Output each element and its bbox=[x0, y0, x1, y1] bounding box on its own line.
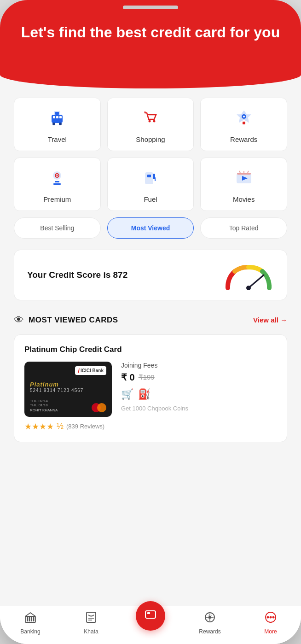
section-header: 👁 MOST VIEWED CARDS View all → bbox=[14, 314, 287, 326]
svg-rect-34 bbox=[33, 617, 35, 621]
filter-row: Best Selling Most Viewed Top Rated bbox=[14, 217, 287, 239]
svg-line-25 bbox=[239, 171, 240, 173]
card-image-wrapper: i ICICI Bank Platinum 5241 9314 7123 456… bbox=[24, 362, 112, 432]
premium-icon bbox=[48, 168, 66, 191]
svg-rect-31 bbox=[27, 617, 28, 621]
svg-rect-39 bbox=[147, 612, 150, 614]
khata-icon bbox=[85, 611, 98, 626]
svg-point-9 bbox=[153, 120, 155, 122]
card-number-on-card: 5241 9314 7123 4567 bbox=[30, 388, 106, 393]
offer-text: Get 1000 Chqbook Coins bbox=[121, 405, 277, 412]
nav-center-button[interactable] bbox=[136, 601, 165, 631]
svg-point-6 bbox=[52, 123, 55, 125]
rewards-label: Rewards bbox=[230, 135, 257, 143]
svg-rect-3 bbox=[53, 116, 55, 118]
category-rewards[interactable]: Rewards bbox=[200, 98, 287, 151]
section-title: MOST VIEWED CARDS bbox=[29, 316, 118, 325]
svg-rect-1 bbox=[55, 112, 59, 115]
shopping-label: Shopping bbox=[136, 135, 165, 143]
travel-icon bbox=[48, 108, 66, 131]
more-label: More bbox=[264, 628, 277, 635]
joining-label: Joining Fees bbox=[121, 362, 277, 369]
khata-label: Khata bbox=[84, 628, 98, 635]
category-grid: Travel Shopping bbox=[14, 98, 287, 211]
category-premium[interactable]: Premium bbox=[14, 158, 101, 211]
card-name-on-card: Platinum bbox=[30, 381, 106, 388]
svg-rect-32 bbox=[29, 617, 30, 621]
banking-label: Banking bbox=[20, 628, 40, 635]
phone-notch bbox=[123, 6, 178, 9]
svg-rect-38 bbox=[145, 611, 156, 618]
svg-point-29 bbox=[246, 286, 251, 290]
movies-label: Movies bbox=[233, 195, 255, 203]
card-expiry: THU 02/14 bbox=[30, 399, 58, 403]
rewards-nav-label: Rewards bbox=[199, 628, 220, 635]
svg-rect-5 bbox=[59, 116, 62, 118]
category-fuel[interactable]: Fuel bbox=[107, 158, 194, 211]
nav-khata[interactable]: Khata bbox=[75, 611, 107, 635]
filter-best-selling[interactable]: Best Selling bbox=[14, 217, 101, 239]
shopping-feature-icon: 🛒 bbox=[121, 388, 133, 400]
card-product: Platinum Chip Credit Card i ICICI Bank bbox=[14, 334, 287, 442]
section-title-group: 👁 MOST VIEWED CARDS bbox=[14, 314, 118, 326]
filter-most-viewed[interactable]: Most Viewed bbox=[107, 217, 194, 239]
svg-line-28 bbox=[249, 275, 264, 288]
bank-logo: i ICICI Bank bbox=[30, 366, 106, 375]
premium-label: Premium bbox=[43, 195, 71, 203]
mastercard-logo bbox=[92, 403, 106, 412]
price-free: ₹ 0 bbox=[121, 372, 135, 383]
svg-rect-2 bbox=[52, 115, 63, 123]
fuel-label: Fuel bbox=[144, 195, 157, 203]
rewards-nav-icon bbox=[203, 611, 216, 626]
svg-rect-17 bbox=[55, 181, 59, 182]
svg-rect-4 bbox=[56, 116, 58, 118]
movies-icon bbox=[235, 168, 253, 191]
eye-icon: 👁 bbox=[14, 314, 24, 326]
fuel-icon bbox=[141, 168, 160, 191]
fuel-feature-icon: ⛽ bbox=[138, 388, 150, 400]
card-product-body: i ICICI Bank Platinum 5241 9314 7123 456… bbox=[24, 362, 277, 432]
credit-score-text: Your Credit Score is 872 bbox=[27, 270, 127, 280]
header-section: Let's find the best credit card for you bbox=[0, 0, 301, 75]
card-holder: ROHIT KHANNA bbox=[30, 408, 58, 412]
svg-rect-13 bbox=[243, 122, 245, 124]
rewards-icon bbox=[235, 108, 253, 131]
nav-rewards[interactable]: Rewards bbox=[194, 611, 226, 635]
category-shopping[interactable]: Shopping bbox=[107, 98, 194, 151]
scroll-area: Travel Shopping bbox=[0, 75, 301, 606]
gauge-container bbox=[223, 261, 274, 289]
svg-point-8 bbox=[148, 120, 150, 122]
nav-more[interactable]: More bbox=[255, 611, 287, 635]
card-rating: ★★★★ ½ (839 Reviews) bbox=[24, 422, 112, 432]
card-product-title: Platinum Chip Credit Card bbox=[24, 345, 277, 354]
category-travel[interactable]: Travel bbox=[14, 98, 101, 151]
card-details: Joining Fees ₹ 0 ₹199 🛒 ⛽ Get 1000 Chqbo… bbox=[121, 362, 277, 412]
more-icon bbox=[264, 611, 277, 626]
nav-banking[interactable]: Banking bbox=[14, 611, 46, 635]
bottom-nav: Banking Khata bbox=[0, 606, 301, 644]
svg-point-41 bbox=[208, 616, 211, 619]
svg-line-27 bbox=[248, 171, 249, 173]
svg-point-43 bbox=[270, 616, 272, 619]
svg-point-44 bbox=[272, 616, 275, 619]
svg-point-7 bbox=[59, 123, 62, 125]
card-valid: THU 01/18 bbox=[30, 403, 58, 407]
svg-rect-20 bbox=[147, 175, 151, 177]
shopping-icon bbox=[141, 108, 160, 131]
center-icon bbox=[144, 608, 157, 625]
filter-top-rated[interactable]: Top Rated bbox=[200, 217, 287, 239]
price-row: ₹ 0 ₹199 bbox=[121, 372, 277, 383]
svg-rect-35 bbox=[87, 612, 96, 622]
credit-score-card: Your Credit Score is 872 bbox=[14, 250, 287, 300]
svg-point-42 bbox=[267, 616, 269, 619]
feature-icons: 🛒 ⛽ bbox=[121, 388, 277, 400]
phone-shell: Let's find the best credit card for you bbox=[0, 0, 301, 644]
review-count: (839 Reviews) bbox=[66, 423, 104, 430]
banking-icon bbox=[24, 611, 37, 626]
price-original: ₹199 bbox=[139, 373, 155, 381]
svg-rect-33 bbox=[31, 617, 32, 621]
view-all-link[interactable]: View all → bbox=[253, 316, 287, 324]
category-movies[interactable]: Movies bbox=[200, 158, 287, 211]
card-image: i ICICI Bank Platinum 5241 9314 7123 456… bbox=[24, 362, 112, 417]
svg-point-12 bbox=[243, 116, 245, 117]
